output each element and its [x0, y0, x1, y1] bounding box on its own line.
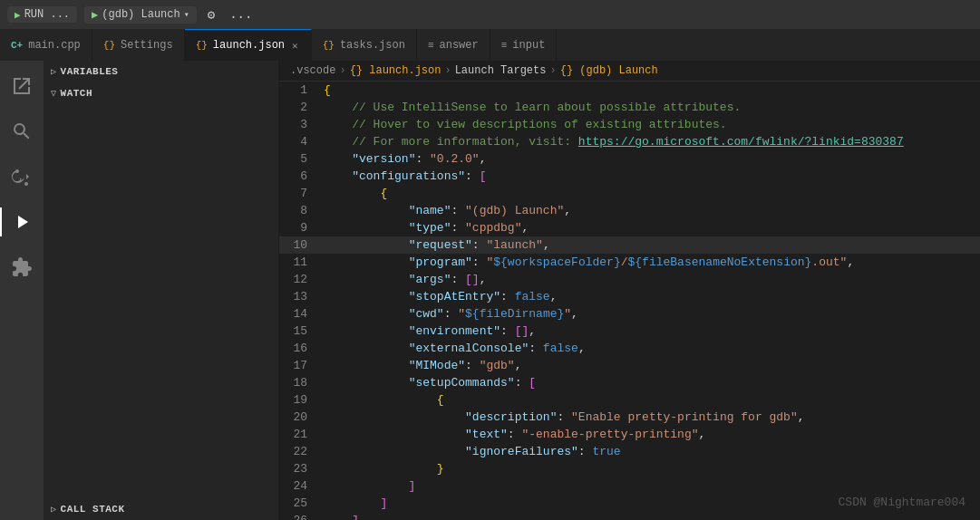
line-number-17: 17	[279, 357, 320, 374]
line-number-22: 22	[279, 443, 320, 460]
tab-answer-label: answer	[440, 39, 479, 52]
code-line-10: 10 "request": "launch",	[279, 236, 980, 254]
line-number-20: 20	[279, 409, 320, 426]
variables-label: VARIABLES	[61, 66, 119, 77]
line-content-13: "stopAtEntry": false,	[320, 288, 980, 305]
tab-tasks-json-icon: {}	[323, 40, 335, 51]
line-content-14: "cwd": "${fileDirname}",	[320, 305, 980, 323]
line-content-15: "environment": [],	[320, 323, 980, 340]
line-number-19: 19	[279, 391, 320, 409]
code-line-26: 26 ]	[279, 512, 980, 520]
code-line-19: 19 {	[279, 391, 980, 409]
line-number-21: 21	[279, 426, 320, 443]
line-content-16: "externalConsole": false,	[320, 340, 980, 357]
activity-source-control[interactable]	[0, 155, 44, 198]
callstack-section: ▷ CALL STACK	[44, 498, 278, 520]
sidebar: ▷ VARIABLES ▽ WATCH ▷ CALL STACK	[44, 61, 279, 520]
activity-run[interactable]	[0, 200, 44, 244]
line-content-20: "description": "Enable pretty-printing f…	[320, 409, 980, 426]
tab-input-label: input	[512, 39, 545, 52]
line-number-15: 15	[279, 323, 320, 340]
line-content-8: "name": "(gdb) Launch",	[320, 202, 980, 219]
code-line-14: 14 "cwd": "${fileDirname}",	[279, 305, 980, 323]
tab-launch-json-icon: {}	[196, 40, 208, 51]
tab-launch-json[interactable]: {} launch.json ✕	[185, 29, 312, 61]
line-number-8: 8	[279, 202, 320, 219]
variables-section: ▷ VARIABLES	[44, 61, 278, 82]
line-number-9: 9	[279, 219, 320, 236]
breadcrumb-launch-targets: Launch Targets	[455, 64, 547, 77]
run-button[interactable]: ▶ RUN ...	[7, 6, 77, 23]
tab-settings-label: Settings	[121, 39, 173, 52]
tab-main-cpp-label: main.cpp	[28, 39, 81, 52]
line-number-1: 1	[279, 82, 320, 99]
line-number-14: 14	[279, 305, 320, 323]
tab-launch-json-close[interactable]: ✕	[290, 39, 300, 53]
more-icon[interactable]: ...	[226, 5, 256, 24]
activity-explorer[interactable]	[0, 64, 44, 108]
code-line-15: 15 "environment": [],	[279, 323, 980, 340]
editor-container[interactable]: 1{2 // Use IntelliSense to learn about p…	[279, 82, 980, 520]
line-number-18: 18	[279, 374, 320, 391]
run-label: RUN ...	[24, 8, 70, 21]
tab-tasks-json-label: tasks.json	[340, 39, 405, 52]
tab-settings-icon: {}	[103, 40, 115, 51]
tab-settings[interactable]: {} Settings	[92, 29, 185, 61]
tab-answer[interactable]: ≡ answer	[417, 29, 490, 61]
line-number-16: 16	[279, 340, 320, 357]
line-content-23: }	[320, 460, 980, 477]
line-content-9: "type": "cppdbg",	[320, 219, 980, 236]
tab-main-cpp-icon: C+	[11, 40, 23, 51]
sidebar-empty	[44, 104, 278, 498]
code-editor[interactable]: 1{2 // Use IntelliSense to learn about p…	[279, 82, 980, 520]
activity-search[interactable]	[0, 110, 44, 153]
line-number-10: 10	[279, 236, 320, 254]
code-line-18: 18 "setupCommands": [	[279, 374, 980, 391]
activity-bar	[0, 61, 44, 520]
line-number-13: 13	[279, 288, 320, 305]
line-content-6: "configurations": [	[320, 168, 980, 185]
code-line-6: 6 "configurations": [	[279, 168, 980, 185]
code-line-16: 16 "externalConsole": false,	[279, 340, 980, 357]
debug-dropdown[interactable]: ▶ (gdb) Launch ▾	[84, 6, 197, 24]
line-number-2: 2	[279, 99, 320, 116]
line-content-4: // For more information, visit: https://…	[320, 133, 980, 150]
line-content-7: {	[320, 185, 980, 202]
code-line-21: 21 "text": "-enable-pretty-printing",	[279, 426, 980, 443]
title-bar: ▶ RUN ... ▶ (gdb) Launch ▾ ⚙ ...	[0, 0, 980, 29]
line-number-3: 3	[279, 116, 320, 133]
variables-header[interactable]: ▷ VARIABLES	[44, 61, 278, 82]
breadcrumb-gdb-launch: {} (gdb) Launch	[560, 64, 658, 77]
line-content-17: "MIMode": "gdb",	[320, 357, 980, 374]
callstack-label: CALL STACK	[61, 504, 125, 515]
tab-answer-icon: ≡	[428, 40, 434, 51]
watch-label: WATCH	[61, 88, 93, 99]
line-number-26: 26	[279, 512, 320, 520]
activity-extensions[interactable]	[0, 246, 44, 289]
line-content-5: "version": "0.2.0",	[320, 150, 980, 168]
variables-chevron: ▷	[51, 66, 57, 77]
tab-tasks-json[interactable]: {} tasks.json	[312, 29, 417, 61]
line-content-25: ]	[320, 495, 980, 512]
main-layout: ▷ VARIABLES ▽ WATCH ▷ CALL STACK .vscode…	[0, 61, 980, 520]
tab-input[interactable]: ≡ input	[490, 29, 558, 61]
line-content-21: "text": "-enable-pretty-printing",	[320, 426, 980, 443]
code-line-22: 22 "ignoreFailures": true	[279, 443, 980, 460]
settings-icon[interactable]: ⚙	[204, 5, 218, 24]
code-line-17: 17 "MIMode": "gdb",	[279, 357, 980, 374]
callstack-header[interactable]: ▷ CALL STACK	[44, 498, 278, 520]
line-number-24: 24	[279, 477, 320, 495]
tab-input-icon: ≡	[501, 40, 508, 51]
breadcrumb-launch-json: {} launch.json	[350, 64, 441, 77]
line-number-11: 11	[279, 254, 320, 271]
code-line-11: 11 "program": "${workspaceFolder}/${file…	[279, 254, 980, 271]
debug-play-icon: ▶	[92, 8, 98, 22]
tab-main-cpp[interactable]: C+ main.cpp	[0, 29, 92, 61]
watch-header[interactable]: ▽ WATCH	[44, 82, 278, 104]
code-line-7: 7 {	[279, 185, 980, 202]
line-content-22: "ignoreFailures": true	[320, 443, 980, 460]
code-line-20: 20 "description": "Enable pretty-printin…	[279, 409, 980, 426]
editor-area: .vscode › {} launch.json › Launch Target…	[279, 61, 980, 520]
line-number-5: 5	[279, 150, 320, 168]
code-line-2: 2 // Use IntelliSense to learn about pos…	[279, 99, 980, 116]
